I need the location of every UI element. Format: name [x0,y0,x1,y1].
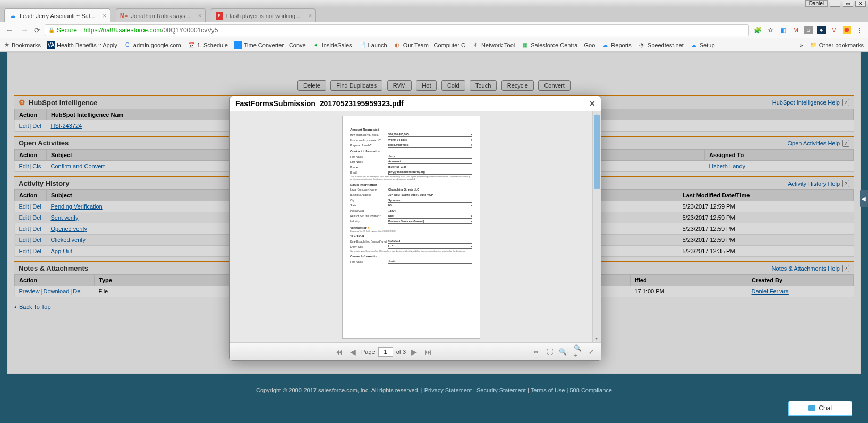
ext-icon[interactable]: ◆ [817,26,826,34]
footer-link[interactable]: 508 Compliance [569,387,612,393]
close-icon[interactable]: × [103,12,107,20]
modal-close-button[interactable]: ✕ [589,99,595,108]
subject-link[interactable]: Pending Verification [51,203,103,210]
bookmark-item[interactable]: Time Converter - Conve [234,41,306,49]
edit-link[interactable]: Edit [19,237,29,243]
close-icon[interactable]: × [198,12,202,20]
bookmarks-folder[interactable]: ★Bookmarks [4,41,41,48]
prev-page-button[interactable]: ◀ [348,348,358,356]
subject-link[interactable]: Confirm and Convert [51,163,105,169]
assigned-link[interactable]: Lizbeth Landy [709,163,746,169]
gmail-ext-icon[interactable]: M [792,26,800,34]
side-expand-tab[interactable]: ◀ [860,190,868,207]
edit-link[interactable]: Edit [19,248,29,254]
help-link[interactable]: Activity History Help? [788,180,849,187]
zoom-out-icon[interactable]: 🔍- [559,348,568,356]
forward-button[interactable]: → [19,25,30,35]
help-link[interactable]: HubSpot Intelligence Help? [772,99,849,106]
tab-flash[interactable]: F Flash player is not working... × [211,8,316,22]
tab-salesforce-lead[interactable]: ☁ Lead: Jerry Arsenault ~ Sal... × [4,8,110,22]
rvm-button[interactable]: RVM [387,80,412,91]
star-icon[interactable]: ☆ [766,26,775,34]
pdf-scrollbar[interactable]: ▴ ▾ [592,111,601,342]
tab-gmail[interactable]: M15 Jonathan Rubis says... × [116,8,206,22]
edit-link[interactable]: Edit [19,214,29,221]
bookmark-item[interactable]: 📄Launch [359,41,387,49]
minimize-button[interactable]: — [830,1,840,7]
edit-link[interactable]: Edit [19,123,29,129]
cold-button[interactable]: Cold [441,80,465,91]
maximize-button[interactable]: ▭ [843,1,853,7]
cls-link[interactable]: Cls [32,163,41,169]
hot-button[interactable]: Hot [416,80,437,91]
google-ext-icon[interactable]: G [804,26,813,34]
del-link[interactable]: Del [32,214,41,221]
createdby-link[interactable]: Daniel Ferrara [752,288,789,295]
bookmark-item[interactable]: ☁Setup [690,41,715,49]
del-link[interactable]: Del [32,237,41,243]
first-page-button[interactable]: ⏮ [333,348,345,356]
url-input[interactable]: 🔒 Secure | https://na88.salesforce.com /… [45,24,749,36]
convert-button[interactable]: Convert [538,80,571,91]
secure-label: Secure [57,27,77,34]
help-link[interactable]: Open Activities Help? [788,140,849,147]
subject-link[interactable]: Clicked verify [51,237,86,243]
last-page-button[interactable]: ⏭ [422,348,434,356]
lock-icon: 🔒 [48,27,55,33]
page-input[interactable] [378,347,393,357]
subject-link[interactable]: Opened verify [51,226,87,232]
next-page-button[interactable]: ▶ [409,348,419,356]
ext-icon[interactable]: 🧩 [753,26,762,34]
fullscreen-icon[interactable]: ⤢ [587,348,595,356]
edit-link[interactable]: Edit [19,226,29,232]
del-link[interactable]: Del [32,123,41,129]
subject-link[interactable]: Sent verify [51,214,79,221]
reload-button[interactable]: ⟳ [34,26,40,34]
footer-link[interactable]: Terms of Use [531,387,565,393]
bookmark-item[interactable]: ▦Salesforce Central - Goo [521,41,595,49]
recycle-button[interactable]: Recycle [501,80,534,91]
del-link[interactable]: Del [32,248,41,254]
touch-button[interactable]: Touch [470,80,497,91]
find-duplicates-button[interactable]: Find Duplicates [330,80,382,91]
zoom-in-icon[interactable]: 🔍+ [573,348,582,356]
scroll-thumb[interactable] [594,115,600,189]
ext-icon[interactable]: ◧ [779,26,787,34]
bookmarks-overflow[interactable]: » [800,42,803,48]
other-bookmarks[interactable]: 📁Other bookmarks [810,41,864,49]
bookmark-item[interactable]: ●InsideSales [312,41,352,49]
footer-link[interactable]: Privacy Statement [424,387,472,393]
del-link[interactable]: Del [32,226,41,232]
col-assigned: Assigned To [705,150,854,161]
footer-link[interactable]: Security Statement [476,387,526,393]
menu-icon[interactable]: ⋮ [855,26,864,34]
help-link[interactable]: Notes & Attachments Help? [772,265,849,272]
tab-title: Flash player is not working... [226,13,300,19]
scroll-down-icon[interactable]: ▾ [593,335,600,342]
edit-link[interactable]: Edit [19,203,29,210]
del-link[interactable]: Del [73,288,82,295]
fit-page-icon[interactable]: ⛶ [546,348,554,356]
preview-link[interactable]: Preview [19,288,40,295]
record-link[interactable]: HSI-243724 [51,123,82,129]
bookmark-item[interactable]: ✳Network Tool [472,41,515,49]
bookmark-item[interactable]: ◐Our Team - Computer C [394,41,465,49]
download-link[interactable]: Download [43,288,69,295]
close-icon[interactable]: × [308,12,312,20]
bookmark-item[interactable]: ☁Reports [601,41,632,49]
ext-icon[interactable]: M [830,26,838,34]
ext-icon[interactable]: 🛑 [843,26,851,34]
fit-width-icon[interactable]: ⇔ [532,348,540,356]
del-link[interactable]: Del [32,203,41,210]
chat-button[interactable]: Chat [788,401,852,416]
delete-button[interactable]: Delete [297,80,326,91]
bookmark-item[interactable]: Gadmin.google.com [124,41,181,49]
pdf-viewport[interactable]: Amount Requested How much do you need?$3… [230,111,592,342]
edit-link[interactable]: Edit [19,163,29,169]
bookmark-item[interactable]: VAHealth Benefits :: Apply [47,41,117,49]
subject-link[interactable]: App Out [51,248,72,254]
bookmark-item[interactable]: ◔Speedtest.net [638,41,684,49]
close-window-button[interactable]: ✕ [855,1,866,7]
bookmark-item[interactable]: 📅1. Schedule [188,41,228,49]
back-button[interactable]: ← [4,25,15,35]
